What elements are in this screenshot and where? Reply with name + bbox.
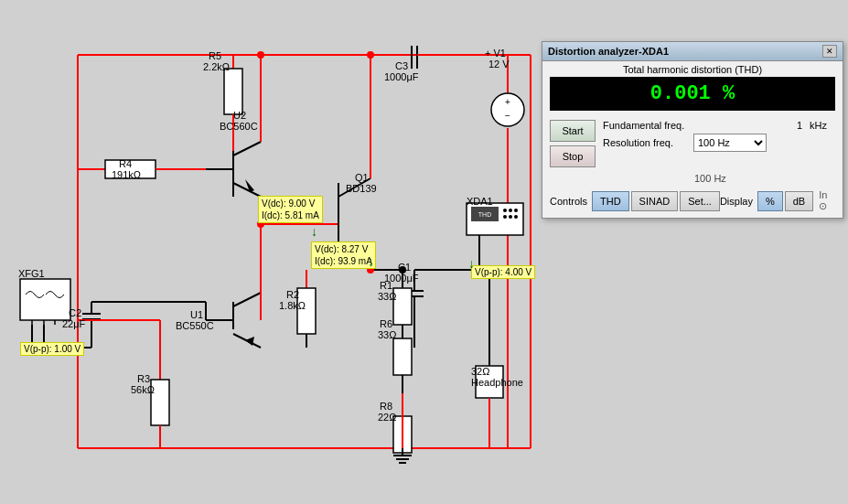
V1-value: 12 V <box>488 59 510 70</box>
U2-label: U2 <box>233 110 246 121</box>
svg-point-96 <box>257 51 264 59</box>
display-label: Display <box>720 196 753 207</box>
current-arrow-3: ↓ <box>468 256 475 271</box>
svg-point-98 <box>367 51 374 59</box>
voltage-label-2: V(dc): 9.00 VI(dc): 5.81 mA <box>258 196 323 223</box>
controls-label: Controls <box>550 196 587 207</box>
fundamental-freq-label: Fundamental freq. <box>603 120 690 131</box>
analyzer-window: Distortion analyzer-XDA1 ✕ Total harmoni… <box>542 41 843 219</box>
svg-point-89 <box>509 215 512 219</box>
C3-value: 1000μF <box>384 71 419 82</box>
R2-label: R2 <box>286 289 299 300</box>
R6-label: R6 <box>380 318 392 329</box>
db-button[interactable]: dB <box>785 191 813 211</box>
R3-value: 56kΩ <box>131 384 155 395</box>
svg-rect-70 <box>20 279 70 320</box>
U1-value: BC550C <box>176 320 214 331</box>
thd-section-label: Total harmonic distortion (THD) <box>542 61 843 77</box>
R8-label: R8 <box>380 401 392 412</box>
svg-text:THD: THD <box>478 211 491 218</box>
resolution-freq-label: Resolution freq. <box>603 137 690 148</box>
start-stop-buttons: Start Stop <box>550 120 596 167</box>
resolution-freq-select[interactable]: 100 Hz 50 Hz 200 Hz <box>693 134 767 152</box>
fundamental-freq-value: 1 <box>693 120 806 131</box>
in-label: In ⊙ <box>819 189 835 212</box>
resolution-freq-row: Resolution freq. 100 Hz 50 Hz 200 Hz <box>603 134 835 152</box>
stop-button[interactable]: Stop <box>550 145 596 167</box>
C2-label: C2 <box>69 307 81 318</box>
controls-section: Controls THD SINAD Set... <box>550 191 720 211</box>
svg-rect-34 <box>297 288 316 334</box>
R1-label: R1 <box>380 280 392 291</box>
analyzer-title: Distortion analyzer-XDA1 <box>548 46 669 57</box>
current-arrow-2: ↓ <box>368 254 374 269</box>
R4-value: 191kΩ <box>112 169 141 180</box>
svg-point-86 <box>509 209 512 212</box>
R5-value: 2.2kΩ <box>203 61 230 72</box>
R5-label: R5 <box>209 50 221 61</box>
XFG1-label: XFG1 <box>18 268 45 279</box>
R8-value: 22Ω <box>378 412 396 423</box>
voltage-label-3: V(dc): 8.27 VI(dc): 93.9 mA <box>311 241 376 269</box>
voltage-label-4: V(p-p): 4.00 V <box>471 265 535 279</box>
R1-value: 33Ω <box>378 291 396 302</box>
C2-value: 22μF <box>62 318 85 329</box>
V1-label: + V1 <box>485 48 506 59</box>
thd-button[interactable]: THD <box>592 191 629 211</box>
bottom-controls: Controls THD SINAD Set... Display % dB I… <box>542 186 843 218</box>
U2-value: BC560C <box>220 121 258 132</box>
set-button[interactable]: Set... <box>680 191 720 211</box>
fundamental-freq-row: Fundamental freq. 1 kHz <box>603 120 835 131</box>
headphone-label: 32ΩHeadphone <box>471 366 523 388</box>
parameters-column: Fundamental freq. 1 kHz Resolution freq.… <box>603 120 835 152</box>
R4-label: R4 <box>119 158 132 169</box>
sinad-button[interactable]: SINAD <box>631 191 679 211</box>
thd-display: 0.001 % <box>550 77 835 111</box>
start-button[interactable]: Start <box>550 120 596 142</box>
Q1-label: Q1 <box>355 172 369 183</box>
fundamental-freq-unit: kHz <box>810 120 835 131</box>
svg-point-88 <box>503 215 507 219</box>
svg-text:+: + <box>505 97 510 107</box>
voltage-label-1: V(p-p): 1.00 V <box>20 342 84 356</box>
thd-value: 0.001 % <box>650 82 735 105</box>
close-button[interactable]: ✕ <box>822 45 837 58</box>
svg-point-87 <box>514 209 518 212</box>
U1-label: U1 <box>190 309 203 320</box>
svg-text:−: − <box>505 111 510 121</box>
analyzer-titlebar: Distortion analyzer-XDA1 ✕ <box>542 42 843 61</box>
XDA1-label: XDA1 <box>467 196 493 207</box>
R6-value: 33Ω <box>378 329 396 340</box>
C1-label: C1 <box>398 262 411 273</box>
percent-button[interactable]: % <box>757 191 783 211</box>
resolution-info: 100 Hz <box>687 171 843 186</box>
svg-point-85 <box>503 209 507 212</box>
Q1-value: BD139 <box>346 183 377 194</box>
svg-rect-8 <box>224 69 242 114</box>
R2-value: 1.8kΩ <box>279 300 306 311</box>
display-section: Display % dB <box>720 191 813 211</box>
C3-label: C3 <box>395 60 408 71</box>
svg-point-90 <box>514 215 518 219</box>
current-arrow-1: ↓ <box>311 224 317 239</box>
svg-rect-54 <box>393 338 412 375</box>
R3-label: R3 <box>137 373 150 384</box>
